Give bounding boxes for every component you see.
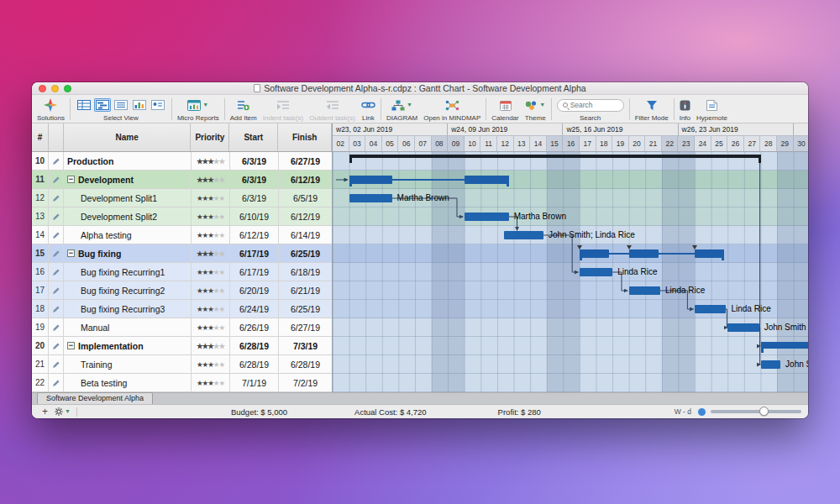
finish-date: 6/5/19 [279, 189, 332, 207]
row-number: 20 [32, 337, 49, 354]
chevron-down-icon: ▼ [202, 102, 208, 108]
header-start[interactable]: Start [229, 123, 278, 151]
week-label: w24, 09 Jun 2019 [448, 123, 563, 135]
add-row-button[interactable]: + [39, 407, 51, 417]
gantt-bar[interactable] [580, 268, 612, 276]
gantt-bar-segment[interactable] [695, 249, 724, 258]
table-row-12[interactable]: 12Development Split1★★★★★6/3/196/5/19 [32, 189, 332, 207]
zoom-icon[interactable] [698, 408, 706, 416]
start-date: 6/10/19 [230, 207, 279, 225]
header-icon[interactable] [49, 123, 64, 151]
minimize-button[interactable] [51, 85, 59, 92]
gantt-bar-segment[interactable] [465, 176, 509, 184]
gantt-bar[interactable] [727, 323, 759, 332]
close-button[interactable] [39, 85, 46, 92]
table-row-16[interactable]: 16Bug fixing Recurring1★★★★★6/17/196/18/… [32, 263, 332, 281]
search-box[interactable] [557, 99, 624, 112]
day-label: 27 [744, 136, 761, 151]
view-list-icon [114, 100, 128, 110]
task-name: Alpha testing [64, 226, 192, 244]
collapse-toggle[interactable]: − [67, 249, 75, 257]
calendar-button[interactable]: Calendar [490, 96, 520, 123]
summary-cap [759, 155, 761, 163]
solutions-button[interactable]: Solutions [35, 96, 66, 123]
gantt-day-row: 0203040506070809101112131415161718192021… [333, 136, 808, 152]
priority-stars: ★★★★★ [192, 318, 230, 336]
priority-stars: ★★★★★ [192, 171, 230, 188]
table-row-15[interactable]: 15−Bug fixing★★★★★6/17/196/25/19 [32, 244, 332, 263]
view-button-3[interactable] [113, 98, 129, 112]
outdent-task-button[interactable]: Outdent task(s) [307, 96, 357, 123]
view-gantt-icon [96, 100, 109, 110]
gantt-bar[interactable] [629, 286, 660, 295]
task-table: # Name Priority Start Finish 10Productio… [32, 123, 333, 392]
chevron-down-icon: ▼ [65, 408, 71, 415]
view-button-2-selected[interactable] [94, 98, 111, 112]
sheet-tab[interactable]: Software Development Alpha [37, 392, 153, 404]
day-label: 19 [612, 136, 629, 151]
start-date: 6/17/19 [230, 263, 279, 281]
recurrence-marker [577, 245, 582, 249]
indent-task-button[interactable]: Indent task(s) [261, 96, 305, 123]
link-button[interactable]: Link [360, 96, 377, 123]
window-controls [39, 85, 71, 92]
view-button-1[interactable] [76, 98, 92, 112]
header-name[interactable]: Name [64, 123, 192, 151]
header-number[interactable]: # [32, 123, 49, 151]
gantt-bar[interactable] [504, 231, 543, 239]
start-date: 6/3/19 [230, 189, 279, 207]
task-note-icon [52, 157, 60, 165]
summary-bar[interactable] [761, 342, 808, 349]
gantt-bar[interactable] [465, 213, 509, 221]
header-priority[interactable]: Priority [191, 123, 229, 151]
table-row-11[interactable]: 11−Development★★★★★6/3/196/12/19 [32, 171, 332, 189]
start-date: 6/3/19 [230, 152, 279, 170]
toolbar-separator [674, 98, 675, 120]
task-name: −Bug fixing [64, 244, 192, 262]
theme-button[interactable]: ▼ Theme [523, 96, 548, 123]
week-label: w25, 16 Jun 2019 [563, 123, 678, 135]
table-row-17[interactable]: 17Bug fixing Recurring2★★★★★6/20/196/21/… [32, 281, 332, 300]
task-name: Bug fixing Recurring2 [64, 281, 192, 299]
view-button-4[interactable] [131, 98, 148, 112]
collapse-toggle[interactable]: − [67, 342, 75, 349]
hypernote-button[interactable]: Hypernote [695, 96, 729, 123]
table-row-19[interactable]: 19Manual★★★★★6/26/196/27/19 [32, 318, 332, 337]
table-row-18[interactable]: 18Bug fixing Recurring3★★★★★6/24/196/25/… [32, 300, 332, 318]
gantt-bar[interactable] [695, 305, 726, 313]
search-input[interactable] [570, 101, 618, 109]
add-item-button[interactable]: Add Item [228, 96, 259, 123]
zoom-slider[interactable] [711, 410, 801, 413]
collapse-toggle[interactable]: − [67, 176, 75, 183]
table-row-20[interactable]: 20−Implementation★★★★★6/28/197/3/19 [32, 337, 332, 355]
gantt-bar[interactable] [761, 360, 781, 369]
main-content: # Name Priority Start Finish 10Productio… [32, 123, 808, 392]
gantt-bar-segment[interactable] [629, 249, 659, 258]
actual-cost-value: Actual Cost: $ 4,720 [354, 407, 427, 417]
filter-mode-button[interactable]: Filter Mode [633, 96, 670, 123]
gantt-bar-segment[interactable] [349, 176, 392, 184]
day-label: 21 [645, 136, 662, 151]
zoom-slider-thumb[interactable] [759, 407, 769, 416]
table-row-21[interactable]: 21Training★★★★★6/28/196/28/19 [32, 355, 332, 374]
table-row-10[interactable]: 10Production★★★★★6/3/196/27/19 [32, 152, 332, 171]
micro-reports-button[interactable]: ▼ Micro Reports [176, 96, 221, 123]
table-row-13[interactable]: 13Development Split2★★★★★6/10/196/12/19 [32, 207, 332, 226]
diagram-button[interactable]: ▼ DIAGRAM [385, 96, 419, 123]
header-finish[interactable]: Finish [278, 123, 332, 151]
table-row-14[interactable]: 14Alpha testing★★★★★6/12/196/14/19 [32, 226, 332, 244]
filter-icon [646, 100, 658, 111]
titlebar[interactable]: Software Development Alpha-s-r.cdpz : Ga… [32, 82, 808, 95]
open-in-mindmap-button[interactable]: Open in MINDMAP [422, 96, 482, 123]
table-row-22[interactable]: 22Beta testing★★★★★7/1/197/2/19 [32, 374, 332, 392]
task-name: Production [64, 152, 192, 170]
zoom-button[interactable] [64, 85, 71, 92]
view-button-5[interactable] [150, 98, 166, 112]
settings-button[interactable]: ▼ [51, 407, 74, 416]
gantt-bar-label: Linda Rice [617, 267, 657, 276]
summary-bar[interactable] [349, 155, 761, 158]
gantt-bar[interactable] [349, 194, 392, 202]
info-button[interactable]: Info [678, 96, 692, 123]
day-label: 05 [382, 136, 399, 151]
gantt-bar-segment[interactable] [580, 249, 609, 258]
